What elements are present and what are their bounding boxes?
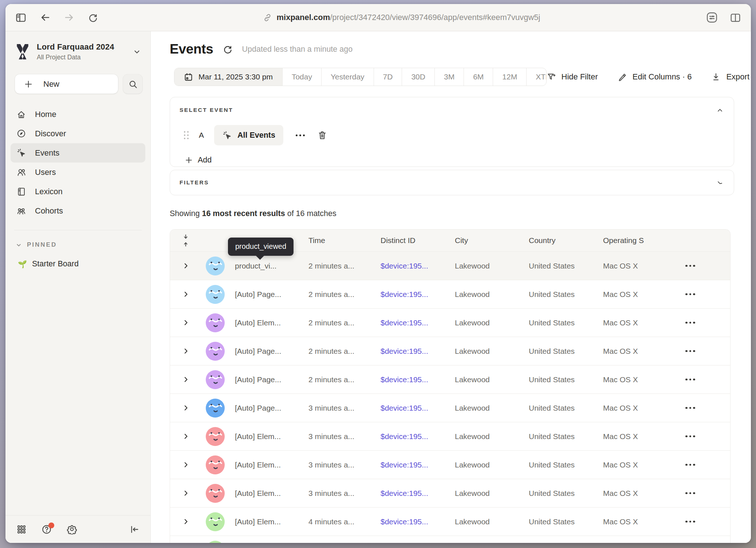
range-30d-button[interactable]: 30D <box>402 68 434 86</box>
distinct-id-link[interactable]: $device:195... <box>381 517 428 526</box>
row-menu-button[interactable] <box>682 517 699 527</box>
row-expand-chevron[interactable] <box>182 347 190 355</box>
refresh-icon[interactable] <box>223 44 233 54</box>
distinct-id-link[interactable]: $device:195... <box>381 432 428 441</box>
distinct-id-link[interactable]: $device:195... <box>381 290 428 298</box>
event-name[interactable]: [Auto] Page... <box>235 347 281 355</box>
project-switcher[interactable]: Lord Farquaad 2024 All Project Data <box>15 42 141 61</box>
event-name[interactable]: product_vi... <box>235 262 276 270</box>
event-name[interactable]: [Auto] Elem... <box>235 432 281 441</box>
range-today-button[interactable]: Today <box>282 68 321 86</box>
sidebar-item-home[interactable]: Home <box>11 105 145 124</box>
date-range-button[interactable]: Mar 11, 2025 3:30 pm <box>174 68 282 86</box>
table-row[interactable]: [Auto] Elem... 3 minutes a... $device:19… <box>170 479 730 507</box>
row-expand-chevron[interactable] <box>182 461 190 469</box>
row-expand-chevron[interactable] <box>182 432 190 440</box>
row-expand-chevron[interactable] <box>182 404 190 412</box>
row-expand-chevron[interactable] <box>182 319 190 326</box>
sidebar-item-users[interactable]: Users <box>11 163 145 182</box>
table-row[interactable]: [Auto] Elem... 4 minutes a... $device:19… <box>170 507 730 536</box>
hide-filter-button[interactable]: Hide Filter <box>547 72 598 82</box>
table-row[interactable]: [Auto] Elem... 3 minutes a... $device:19… <box>170 422 730 450</box>
table-row[interactable] <box>170 536 730 543</box>
edit-columns-button[interactable]: Edit Columns · 6 <box>618 72 692 82</box>
row-menu-button[interactable] <box>682 489 699 498</box>
row-menu-button[interactable] <box>682 460 699 470</box>
sidebar-item-cohorts[interactable]: Cohorts <box>11 201 145 220</box>
distinct-id-link[interactable]: $device:195... <box>381 318 428 327</box>
table-row[interactable]: [Auto] Page... 2 minutes a... $device:19… <box>170 365 730 394</box>
chevron-up-icon[interactable] <box>716 107 724 114</box>
row-menu-button[interactable] <box>682 432 699 441</box>
event-name[interactable]: [Auto] Elem... <box>235 461 281 469</box>
range-xtd-button[interactable]: XTD <box>526 68 546 86</box>
row-menu-button[interactable] <box>682 261 699 271</box>
row-expand-chevron[interactable] <box>182 290 190 298</box>
trash-icon[interactable] <box>317 130 327 140</box>
range-7d-button[interactable]: 7D <box>374 68 402 86</box>
column-header-country[interactable]: Country <box>529 236 603 245</box>
chevron-down-icon[interactable] <box>716 179 724 186</box>
event-name[interactable]: [Auto] Page... <box>235 375 281 384</box>
sidebar-item-starter-board[interactable]: 🌱 Starter Board <box>18 259 142 269</box>
row-menu-button[interactable] <box>682 290 699 299</box>
add-event-button[interactable]: Add <box>185 156 212 165</box>
event-selector-chip[interactable]: All Events <box>214 125 283 145</box>
event-options-button[interactable] <box>294 132 307 138</box>
distinct-id-link[interactable]: $device:195... <box>381 461 428 469</box>
event-name[interactable]: [Auto] Elem... <box>235 489 281 497</box>
range-6m-button[interactable]: 6M <box>464 68 493 86</box>
distinct-id-link[interactable]: $device:195... <box>381 404 428 412</box>
settings-gear-icon[interactable] <box>67 524 77 535</box>
new-button[interactable]: New <box>15 74 118 94</box>
range-yesterday-button[interactable]: Yesterday <box>321 68 374 86</box>
event-name[interactable]: [Auto] Elem... <box>235 318 281 327</box>
column-header-distinct-id[interactable]: Distinct ID <box>381 236 455 245</box>
collapse-rows-icon[interactable] <box>182 233 190 248</box>
column-header-city[interactable]: City <box>455 236 529 245</box>
event-chip-label: All Events <box>237 131 275 140</box>
apps-grid-icon[interactable] <box>16 524 27 535</box>
sidebar-item-lexicon[interactable]: Lexicon <box>11 182 145 201</box>
event-name[interactable]: [Auto] Elem... <box>235 517 281 526</box>
drag-handle[interactable] <box>184 131 189 139</box>
table-row[interactable]: [Auto] Elem... 2 minutes a... $device:19… <box>170 308 730 337</box>
row-menu-button[interactable] <box>682 347 699 356</box>
table-row[interactable]: [Auto] Page... 2 minutes a... $device:19… <box>170 337 730 365</box>
distinct-id-link[interactable]: $device:195... <box>381 375 428 384</box>
forward-button-icon[interactable] <box>64 12 75 23</box>
row-menu-button[interactable] <box>682 318 699 328</box>
collapse-sidebar-icon[interactable] <box>129 524 139 535</box>
row-expand-chevron[interactable] <box>182 376 190 383</box>
row-expand-chevron[interactable] <box>182 489 190 497</box>
pinned-section-header[interactable]: PINNED <box>16 241 142 248</box>
row-menu-button[interactable] <box>682 375 699 384</box>
browser-settings-icon[interactable] <box>705 11 718 24</box>
browser-sidebar-toggle-icon[interactable] <box>15 12 27 23</box>
range-3m-button[interactable]: 3M <box>434 68 464 86</box>
event-country: United States <box>529 489 603 498</box>
row-expand-chevron[interactable] <box>182 262 190 270</box>
column-header-time[interactable]: Time <box>308 236 381 245</box>
row-expand-chevron[interactable] <box>182 518 190 525</box>
row-menu-button[interactable] <box>682 403 699 413</box>
back-button-icon[interactable] <box>40 12 51 23</box>
sidebar-item-events[interactable]: Events <box>11 143 145 163</box>
export-button[interactable]: Export <box>711 72 749 82</box>
sidebar-item-discover[interactable]: Discover <box>11 124 145 143</box>
distinct-id-link[interactable]: $device:195... <box>381 489 428 497</box>
distinct-id-link[interactable]: $device:195... <box>381 262 428 270</box>
table-row[interactable]: [Auto] Elem... 3 minutes a... $device:19… <box>170 450 730 479</box>
url-bar[interactable]: mixpanel.com/project/3472420/view/397469… <box>98 13 705 22</box>
table-row[interactable]: [Auto] Page... 3 minutes a... $device:19… <box>170 394 730 422</box>
table-row[interactable]: [Auto] Page... 2 minutes a... $device:19… <box>170 280 730 308</box>
range-12m-button[interactable]: 12M <box>493 68 526 86</box>
help-button[interactable] <box>41 524 52 535</box>
distinct-id-link[interactable]: $device:195... <box>381 347 428 355</box>
event-name[interactable]: [Auto] Page... <box>235 404 281 412</box>
event-name[interactable]: [Auto] Page... <box>235 290 281 298</box>
search-button[interactable] <box>123 74 142 94</box>
column-header-os[interactable]: Operating S <box>603 236 676 245</box>
split-view-icon[interactable] <box>729 12 741 24</box>
reload-button-icon[interactable] <box>88 12 98 23</box>
